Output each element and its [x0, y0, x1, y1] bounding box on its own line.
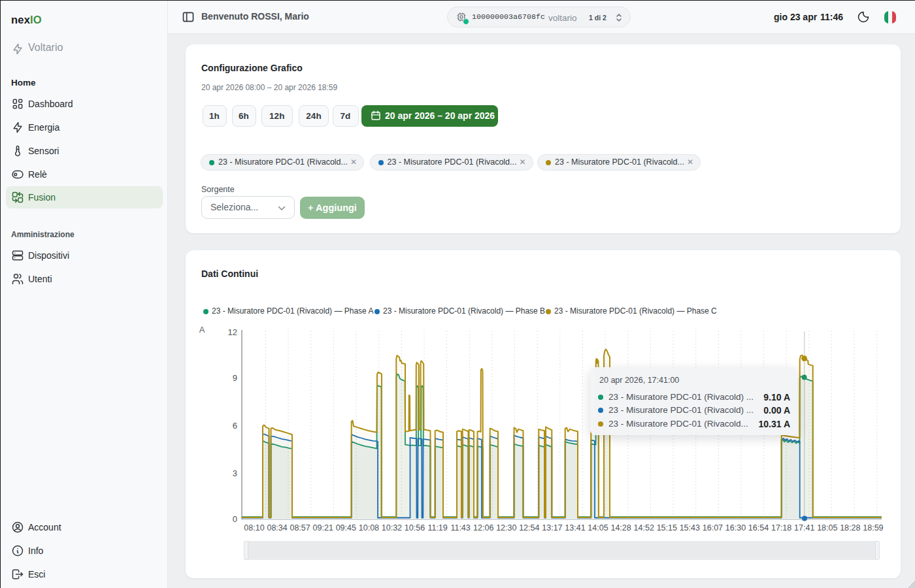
- svg-text:10:56: 10:56: [405, 523, 425, 532]
- svg-text:13:17: 13:17: [542, 523, 562, 532]
- svg-text:9: 9: [233, 373, 237, 383]
- svg-text:18:05: 18:05: [817, 523, 837, 532]
- svg-text:09:45: 09:45: [336, 523, 356, 532]
- svg-text:17:18: 17:18: [771, 523, 791, 532]
- svg-text:14:52: 14:52: [634, 523, 654, 532]
- svg-text:12: 12: [228, 327, 237, 337]
- svg-text:10:08: 10:08: [359, 523, 379, 532]
- svg-text:14:28: 14:28: [610, 523, 631, 532]
- svg-text:13:41: 13:41: [565, 523, 585, 532]
- svg-text:11:43: 11:43: [450, 523, 470, 532]
- svg-text:6: 6: [233, 421, 237, 431]
- svg-text:18:28: 18:28: [840, 523, 860, 532]
- svg-text:10:32: 10:32: [382, 523, 402, 532]
- svg-text:18:59: 18:59: [863, 523, 883, 532]
- svg-text:0: 0: [233, 514, 237, 524]
- svg-text:3: 3: [233, 468, 237, 478]
- svg-text:12:30: 12:30: [496, 523, 516, 532]
- svg-text:16:54: 16:54: [748, 523, 769, 532]
- svg-text:09:21: 09:21: [313, 523, 333, 532]
- svg-text:A: A: [199, 325, 205, 335]
- svg-text:16:30: 16:30: [725, 523, 746, 532]
- svg-text:12:06: 12:06: [473, 523, 493, 532]
- svg-text:15:15: 15:15: [657, 523, 677, 532]
- svg-text:17:41: 17:41: [794, 523, 814, 532]
- svg-text:16:07: 16:07: [703, 523, 723, 532]
- svg-text:11:19: 11:19: [427, 523, 447, 532]
- svg-text:14:05: 14:05: [588, 523, 608, 532]
- svg-text:08:57: 08:57: [290, 523, 310, 532]
- svg-text:08:10: 08:10: [244, 523, 264, 532]
- svg-text:12:54: 12:54: [519, 523, 539, 532]
- svg-text:08:34: 08:34: [267, 523, 287, 532]
- svg-text:15:43: 15:43: [680, 523, 700, 532]
